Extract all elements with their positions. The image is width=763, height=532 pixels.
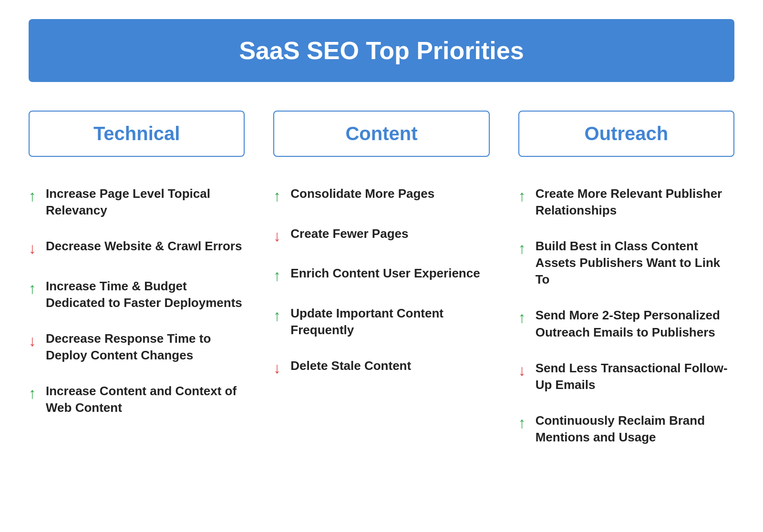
list-item-text: Send More 2-Step Personalized Outreach E… [536, 307, 734, 340]
list-item: ↑Consolidate More Pages [273, 176, 489, 216]
column-header-label-content: Content [345, 123, 417, 144]
list-item: ↑Increase Content and Context of Web Con… [29, 373, 245, 426]
arrow-up-icon: ↑ [518, 413, 526, 433]
arrow-up-icon: ↑ [29, 384, 36, 404]
columns-container: Technical↑Increase Page Level Topical Re… [29, 111, 734, 455]
arrow-up-icon: ↑ [518, 239, 526, 259]
arrow-down-icon: ↓ [518, 361, 526, 381]
list-item-text: Continuously Reclaim Brand Mentions and … [536, 412, 734, 446]
column-header-technical: Technical [29, 111, 245, 157]
list-item: ↑Build Best in Class Content Assets Publ… [518, 228, 734, 297]
column-content: Content↑Consolidate More Pages↓Create Fe… [273, 111, 489, 388]
header-banner: SaaS SEO Top Priorities [29, 19, 734, 82]
list-item-text: Enrich Content User Experience [290, 265, 480, 282]
list-item: ↑Send More 2-Step Personalized Outreach … [518, 297, 734, 350]
column-outreach: Outreach↑Create More Relevant Publisher … [518, 111, 734, 455]
items-list-technical: ↑Increase Page Level Topical Relevancy↓D… [29, 176, 245, 426]
arrow-up-icon: ↑ [273, 306, 281, 326]
column-header-outreach: Outreach [518, 111, 734, 157]
list-item: ↑Update Important Content Frequently [273, 296, 489, 348]
list-item: ↓Send Less Transactional Follow-Up Email… [518, 350, 734, 403]
arrow-up-icon: ↑ [29, 186, 36, 206]
arrow-up-icon: ↑ [29, 279, 36, 299]
arrow-up-icon: ↑ [273, 266, 281, 286]
list-item-text: Increase Content and Context of Web Cont… [46, 383, 245, 416]
list-item-text: Increase Time & Budget Dedicated to Fast… [46, 278, 245, 311]
list-item: ↑Increase Time & Budget Dedicated to Fas… [29, 268, 245, 321]
list-item: ↓Delete Stale Content [273, 348, 489, 388]
list-item-text: Build Best in Class Content Assets Publi… [536, 238, 734, 288]
items-list-content: ↑Consolidate More Pages↓Create Fewer Pag… [273, 176, 489, 388]
list-item: ↑Enrich Content User Experience [273, 256, 489, 296]
column-header-content: Content [273, 111, 489, 157]
arrow-up-icon: ↑ [518, 308, 526, 328]
arrow-down-icon: ↓ [273, 358, 281, 379]
list-item-text: Create More Relevant Publisher Relations… [536, 185, 734, 219]
arrow-up-icon: ↑ [273, 186, 281, 206]
column-header-label-outreach: Outreach [585, 123, 669, 144]
items-list-outreach: ↑Create More Relevant Publisher Relation… [518, 176, 734, 455]
list-item: ↑Create More Relevant Publisher Relation… [518, 176, 734, 228]
arrow-down-icon: ↓ [273, 226, 281, 246]
list-item-text: Consolidate More Pages [290, 185, 434, 202]
list-item: ↓Create Fewer Pages [273, 216, 489, 256]
list-item-text: Delete Stale Content [290, 358, 411, 374]
list-item-text: Create Fewer Pages [290, 225, 408, 242]
list-item: ↑Increase Page Level Topical Relevancy [29, 176, 245, 228]
list-item-text: Update Important Content Frequently [290, 305, 489, 338]
column-technical: Technical↑Increase Page Level Topical Re… [29, 111, 245, 426]
page-title: SaaS SEO Top Priorities [48, 36, 715, 65]
list-item: ↑Continuously Reclaim Brand Mentions and… [518, 403, 734, 455]
list-item-text: Decrease Response Time to Deploy Content… [46, 330, 245, 364]
column-header-label-technical: Technical [93, 123, 180, 144]
list-item-text: Increase Page Level Topical Relevancy [46, 185, 245, 219]
arrow-up-icon: ↑ [518, 186, 526, 206]
arrow-down-icon: ↓ [29, 239, 36, 259]
list-item: ↓Decrease Website & Crawl Errors [29, 228, 245, 268]
list-item-text: Decrease Website & Crawl Errors [46, 238, 242, 255]
list-item: ↓Decrease Response Time to Deploy Conten… [29, 321, 245, 373]
arrow-down-icon: ↓ [29, 331, 36, 351]
list-item-text: Send Less Transactional Follow-Up Emails [536, 360, 734, 393]
